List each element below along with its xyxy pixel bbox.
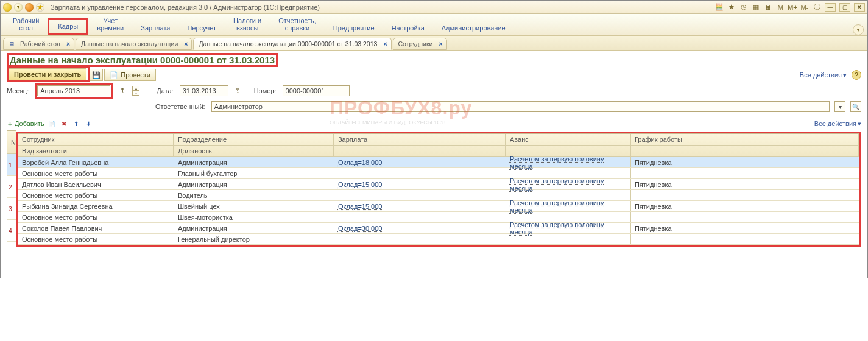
- maximize-button[interactable]: ▢: [839, 3, 850, 12]
- highlighted-primary: Провести и закрыть: [7, 66, 90, 82]
- month-input[interactable]: Апрель 2013: [37, 85, 110, 96]
- close-button[interactable]: ✕: [854, 3, 865, 12]
- date-value: 31.03.2013: [183, 87, 216, 94]
- section-persuch[interactable]: Персучет: [178, 22, 225, 35]
- move-up-icon[interactable]: ⬆: [71, 119, 81, 128]
- n-cell[interactable]: 4: [7, 220, 16, 242]
- help-icon[interactable]: ?: [852, 70, 861, 80]
- col-post[interactable]: Должность: [174, 146, 334, 157]
- section-settings[interactable]: Настройка: [383, 22, 433, 35]
- tab-current-doc[interactable]: Данные на начало эксплуатации 0000-00000…: [193, 38, 391, 50]
- minimize-button[interactable]: —: [825, 3, 836, 12]
- dropdown-icon[interactable]: ▾: [14, 3, 23, 12]
- responsible-label: Ответственный:: [155, 103, 208, 110]
- cell-employee: Рыбкина Зинаида Сергеевна: [18, 201, 174, 211]
- section-reports[interactable]: Отчетность, справки: [270, 15, 325, 35]
- add-label: Добавить: [15, 120, 44, 127]
- highlighted-month: Апрель 2013: [35, 83, 113, 99]
- info-icon[interactable]: ⓘ: [813, 3, 821, 12]
- col-dept[interactable]: Подразделение: [174, 134, 334, 146]
- responsible-input[interactable]: Администратор: [211, 101, 830, 112]
- tab-close-icon[interactable]: ×: [439, 40, 442, 47]
- calendar-icon[interactable]: 🗓: [118, 86, 127, 96]
- command-bar: Провести и закрыть 💾 📄 Провести Все дейс…: [7, 68, 861, 82]
- tab-desktop[interactable]: Рабочий стол ×: [3, 38, 74, 50]
- tab-close-icon[interactable]: ×: [383, 40, 387, 47]
- col-advance[interactable]: Аванс: [506, 134, 630, 146]
- table-all-actions-link[interactable]: Все действия ▾: [814, 120, 861, 128]
- date-input[interactable]: 31.03.2013: [180, 85, 228, 96]
- all-actions-label: Все действия: [814, 120, 856, 127]
- col-schedule[interactable]: График работы: [630, 134, 859, 146]
- history-icon[interactable]: ◷: [739, 3, 748, 12]
- m-plus-label[interactable]: M+: [788, 3, 797, 12]
- cell-schedule: Пятидневка: [630, 201, 859, 211]
- m-minus-label[interactable]: M-: [800, 3, 809, 12]
- cell-schedule: Пятидневка: [630, 223, 859, 233]
- tab-employees[interactable]: Сотрудники ×: [393, 38, 447, 50]
- responsible-value: Администратор: [214, 103, 263, 110]
- save-button[interactable]: 💾: [90, 69, 103, 81]
- n-cell[interactable]: 1: [7, 154, 16, 176]
- post-and-close-button[interactable]: Провести и закрыть: [9, 68, 86, 80]
- calculator-icon[interactable]: 🖩: [764, 3, 772, 12]
- n-cell[interactable]: 3: [7, 198, 16, 220]
- tab-data-start[interactable]: Данные на начало эксплуатации ×: [76, 38, 192, 50]
- cell-advance: Расчетом за первую половину месяца: [506, 201, 630, 211]
- favorites-icon[interactable]: ★: [36, 3, 44, 12]
- section-desktop[interactable]: Рабочий стол: [4, 15, 48, 35]
- section-salary[interactable]: Зарплата: [132, 22, 178, 35]
- delete-row-icon[interactable]: ✖: [59, 119, 69, 128]
- post-button[interactable]: 📄 Провести: [104, 69, 156, 81]
- cell-dept: Администрация: [174, 223, 334, 233]
- table-row[interactable]: Воробей Алла ГеннадьевнаАдминистрацияОкл…: [18, 157, 859, 179]
- cell-post: Водитель: [174, 190, 334, 200]
- move-down-icon[interactable]: ⬇: [83, 119, 93, 128]
- cell-post: Генеральный директор: [174, 234, 334, 244]
- app-logo-icon: [3, 3, 12, 12]
- sections-menu: Рабочий стол Кадры Учет времени Зарплата…: [1, 14, 867, 36]
- app-window: ▾ ★ Зарплата и управление персоналом, ре…: [0, 0, 868, 278]
- dropdown-icon[interactable]: ▾: [834, 101, 845, 112]
- desktop-icon: [9, 40, 17, 47]
- col-emptype[interactable]: Вид занятости: [18, 146, 174, 157]
- cell-emptype: Основное место работы: [18, 168, 174, 178]
- section-admin[interactable]: Администрирование: [433, 22, 514, 35]
- search-icon[interactable]: 🔍: [850, 101, 861, 112]
- window-title: Зарплата и управление персоналом, редакц…: [51, 4, 715, 11]
- n-cell[interactable]: 2: [7, 176, 16, 198]
- tab-label: Данные на начало эксплуатации: [81, 40, 178, 47]
- titlebar: ▾ ★ Зарплата и управление персоналом, ре…: [1, 1, 867, 14]
- tab-close-icon[interactable]: ×: [184, 40, 188, 47]
- row-responsible: Ответственный: Администратор ▾ 🔍: [7, 100, 861, 113]
- month-value: Апрель 2013: [40, 87, 80, 94]
- cell-salary: Оклад=18 000: [334, 157, 506, 167]
- number-value: 0000-000001: [286, 87, 325, 94]
- calendar-icon[interactable]: ▦: [752, 3, 760, 12]
- all-actions-link[interactable]: Все действия ▾: [800, 71, 847, 79]
- table-row[interactable]: Дятлов Иван ВасильевичАдминистрацияОклад…: [18, 179, 859, 201]
- col-employee[interactable]: Сотрудник: [18, 134, 174, 146]
- table-row[interactable]: Соколов Павел ПавловичАдминистрацияОклад…: [18, 223, 859, 245]
- copy-row-icon[interactable]: 📄: [47, 119, 57, 128]
- toolbox-icon[interactable]: 🧮: [715, 3, 724, 12]
- section-company[interactable]: Предприятие: [325, 22, 383, 35]
- cell-employee: Соколов Павел Павлович: [18, 223, 174, 233]
- cell-advance: Расчетом за первую половину месяца: [506, 179, 630, 189]
- titlebar-tools: 🧮 ★ ◷ ▦ 🖩 M M+ M- ⓘ — ▢ ✕: [715, 3, 865, 12]
- m-label[interactable]: M: [776, 3, 785, 12]
- calendar-icon[interactable]: 🗓: [233, 86, 243, 96]
- section-taxes[interactable]: Налоги и взносы: [225, 15, 270, 35]
- col-salary[interactable]: Зарплата: [334, 134, 506, 146]
- section-kadry[interactable]: Кадры: [48, 18, 88, 35]
- sections-toggle-icon[interactable]: ▾: [853, 24, 864, 35]
- col-header-n: N: [7, 131, 16, 154]
- section-time[interactable]: Учет времени: [88, 15, 132, 35]
- star-icon[interactable]: ★: [727, 3, 736, 12]
- number-input[interactable]: 0000-000001: [283, 85, 350, 96]
- tab-close-icon[interactable]: ×: [66, 40, 70, 47]
- table-row[interactable]: Рыбкина Зинаида СергеевнаШвейный цехОкла…: [18, 201, 859, 223]
- month-spinner[interactable]: ▴▾: [132, 86, 139, 96]
- cell-schedule: Пятидневка: [630, 179, 859, 189]
- add-row-button[interactable]: Добавить: [7, 119, 44, 128]
